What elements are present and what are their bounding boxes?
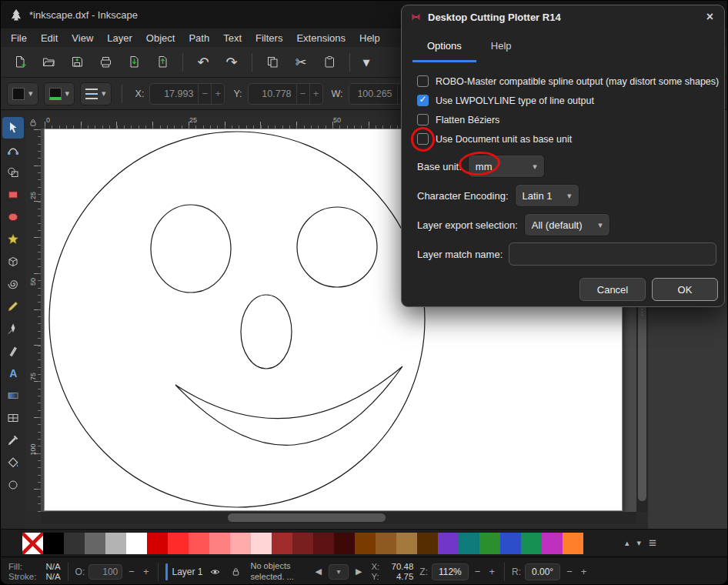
document-unit-checkbox[interactable] bbox=[417, 133, 429, 145]
tab-options[interactable]: Options bbox=[412, 28, 476, 62]
palette-swatch[interactable] bbox=[376, 533, 396, 554]
palette-swatch[interactable] bbox=[189, 533, 209, 554]
node-tool[interactable] bbox=[2, 139, 24, 161]
opacity-plus-button[interactable]: + bbox=[141, 566, 152, 577]
menu-filters[interactable]: Filters bbox=[249, 30, 289, 46]
text-tool[interactable]: A bbox=[2, 363, 24, 384]
import-button[interactable] bbox=[121, 50, 147, 75]
lwpolyline-option[interactable]: Use LWPOLYLINE type of line output bbox=[417, 91, 724, 110]
palette-scroll-up-icon[interactable]: ▴ bbox=[625, 538, 629, 548]
palette-swatch[interactable] bbox=[64, 533, 85, 554]
layer-lock-icon[interactable] bbox=[228, 563, 245, 580]
palette-swatch[interactable] bbox=[209, 533, 230, 554]
menu-object[interactable]: Object bbox=[139, 30, 182, 46]
palette-swatch[interactable] bbox=[251, 533, 272, 554]
base-unit-dropdown[interactable]: mm ▾ bbox=[468, 155, 545, 178]
fill-stroke-indicator[interactable]: Fill: N/A Stroke: N/A bbox=[8, 562, 61, 581]
palette-swatch[interactable] bbox=[43, 533, 64, 554]
paste-button[interactable] bbox=[316, 50, 342, 75]
menu-text[interactable]: Text bbox=[216, 30, 249, 46]
menu-help[interactable]: Help bbox=[352, 30, 387, 46]
robo-master-checkbox[interactable] bbox=[417, 75, 429, 87]
x-minus-button[interactable]: − bbox=[198, 84, 211, 104]
layer-visibility-eye-icon[interactable] bbox=[207, 563, 224, 580]
pencil-tool[interactable] bbox=[2, 296, 24, 317]
copy-button[interactable] bbox=[259, 50, 286, 75]
layer-export-dropdown[interactable]: All (default) ▾ bbox=[524, 213, 610, 236]
y-plus-button[interactable]: + bbox=[309, 84, 322, 104]
prev-icon[interactable]: ◀ bbox=[312, 567, 325, 577]
cancel-button[interactable]: Cancel bbox=[579, 278, 646, 301]
horizontal-scrollbar[interactable] bbox=[41, 512, 636, 523]
x-plus-button[interactable]: + bbox=[211, 84, 224, 104]
dialog-close-button[interactable]: × bbox=[704, 10, 716, 24]
no-color-swatch[interactable] bbox=[22, 533, 43, 554]
palette-swatch[interactable] bbox=[334, 533, 355, 554]
palette-swatch[interactable] bbox=[500, 533, 521, 554]
palette-swatch[interactable] bbox=[438, 533, 459, 554]
tweak-tool[interactable] bbox=[2, 474, 24, 496]
flatten-beziers-option[interactable]: Flatten Béziers bbox=[417, 110, 724, 129]
shape-builder-tool[interactable] bbox=[2, 162, 24, 183]
cut-button[interactable]: ✂ bbox=[288, 50, 314, 75]
palette-swatch[interactable] bbox=[85, 533, 105, 554]
undo-button[interactable]: ↶ bbox=[190, 50, 216, 75]
ellipse-tool[interactable] bbox=[2, 206, 24, 228]
palette-swatch[interactable] bbox=[230, 533, 251, 554]
y-minus-button[interactable]: − bbox=[296, 84, 309, 104]
palette-swatch[interactable] bbox=[459, 533, 479, 554]
x-field[interactable]: 17.993 − + bbox=[149, 83, 225, 105]
char-encoding-dropdown[interactable]: Latin 1 ▾ bbox=[515, 184, 579, 207]
palette-swatch[interactable] bbox=[292, 533, 313, 554]
lwpolyline-checkbox[interactable] bbox=[417, 95, 429, 106]
menu-path[interactable]: Path bbox=[182, 30, 216, 46]
palette-swatch[interactable] bbox=[542, 533, 563, 554]
open-document-button[interactable] bbox=[35, 50, 62, 75]
nav-dropdown[interactable]: ▾ bbox=[329, 564, 349, 580]
horizontal-scrollbar-thumb[interactable] bbox=[228, 513, 386, 522]
document-unit-option[interactable]: Use Document unit as base unit bbox=[417, 129, 724, 149]
select-tool[interactable] bbox=[2, 117, 24, 139]
palette-swatch[interactable] bbox=[313, 533, 334, 554]
tab-help[interactable]: Help bbox=[476, 28, 526, 62]
ok-button[interactable]: OK bbox=[652, 278, 718, 301]
zoom-field[interactable]: 112% bbox=[432, 563, 469, 580]
export-button[interactable] bbox=[149, 50, 175, 75]
palette-swatch[interactable] bbox=[147, 533, 168, 554]
redo-button[interactable]: ↷ bbox=[219, 50, 245, 75]
rotation-plus-button[interactable]: + bbox=[579, 566, 589, 577]
palette-swatch[interactable] bbox=[105, 533, 126, 554]
stroke-style-dropdown[interactable]: ▾ bbox=[44, 82, 75, 105]
align-dropdown[interactable]: ▾ bbox=[80, 82, 112, 105]
vertical-ruler[interactable]: 25 50 75 100 bbox=[25, 129, 41, 512]
toolbar-overflow-button[interactable]: ▾ bbox=[357, 50, 376, 75]
guide-lock[interactable] bbox=[25, 116, 41, 129]
next-icon[interactable]: ▶ bbox=[352, 567, 365, 577]
rotation-field[interactable]: 0.00° bbox=[525, 563, 560, 580]
y-field[interactable]: 10.778 − + bbox=[248, 83, 323, 105]
new-document-button[interactable] bbox=[7, 50, 33, 75]
opacity-minus-button[interactable]: − bbox=[126, 566, 137, 577]
palette-swatch[interactable] bbox=[396, 533, 417, 554]
dropper-tool[interactable] bbox=[2, 430, 24, 451]
rotation-minus-button[interactable]: − bbox=[564, 566, 575, 577]
save-button[interactable] bbox=[64, 50, 90, 75]
opacity-field[interactable]: 100 bbox=[88, 564, 122, 580]
calligraphy-tool[interactable] bbox=[2, 340, 24, 362]
fill-style-dropdown[interactable]: ▾ bbox=[7, 82, 38, 105]
layer-match-input[interactable] bbox=[509, 242, 716, 266]
mesh-tool[interactable] bbox=[2, 407, 24, 429]
zoom-minus-button[interactable]: − bbox=[473, 566, 483, 577]
menu-extensions[interactable]: Extensions bbox=[289, 30, 352, 46]
palette-swatch[interactable] bbox=[272, 533, 292, 554]
zoom-plus-button[interactable]: + bbox=[486, 566, 497, 577]
palette-swatch[interactable] bbox=[417, 533, 438, 554]
palette-swatch[interactable] bbox=[168, 533, 189, 554]
palette-menu-icon[interactable]: ≡ bbox=[649, 536, 656, 551]
rectangle-tool[interactable] bbox=[2, 184, 24, 206]
palette-swatch[interactable] bbox=[521, 533, 542, 554]
palette-swatch[interactable] bbox=[126, 533, 147, 554]
spiral-tool[interactable] bbox=[2, 273, 24, 295]
print-button[interactable] bbox=[92, 50, 119, 75]
paint-bucket-tool[interactable] bbox=[2, 452, 24, 473]
